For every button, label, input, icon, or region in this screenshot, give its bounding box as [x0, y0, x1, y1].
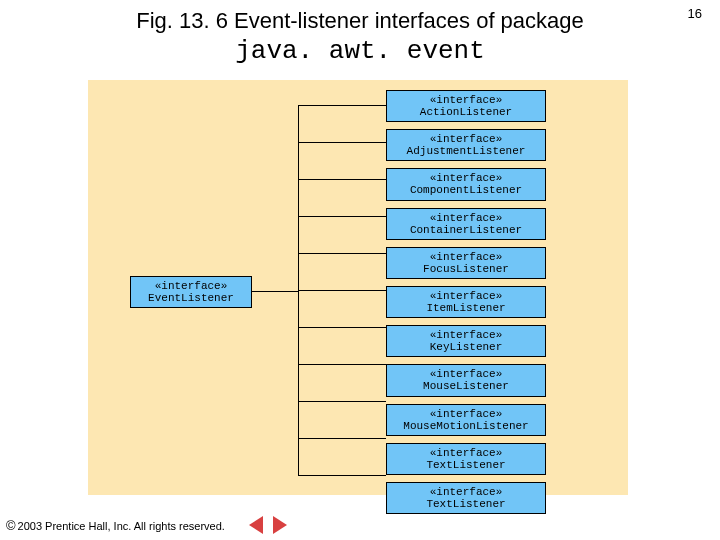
uml-name: TextListener	[391, 459, 541, 471]
slide-nav	[249, 516, 287, 534]
connector-branch	[298, 401, 386, 402]
uml-stereotype: «interface»	[391, 447, 541, 459]
uml-stereotype: «interface»	[391, 368, 541, 380]
uml-stereotype: «interface»	[391, 251, 541, 263]
uml-interface-mouselistener: «interface»MouseListener	[386, 364, 546, 396]
uml-name: EventListener	[135, 292, 247, 304]
connector-branch	[298, 475, 386, 476]
uml-interface-keylistener: «interface»KeyListener	[386, 325, 546, 357]
connector-branch	[298, 142, 386, 143]
caption-line-1: Fig. 13. 6 Event-listener interfaces of …	[60, 8, 660, 34]
connector-trunk	[252, 291, 298, 292]
uml-diagram-panel: «interface» EventListener «interface»Act…	[88, 80, 628, 495]
uml-interface-adjustmentlistener: «interface»AdjustmentListener	[386, 129, 546, 161]
uml-name: ItemListener	[391, 302, 541, 314]
page-number: 16	[688, 6, 702, 21]
caption-line-2: java. awt. event	[60, 36, 660, 66]
uml-name: MouseListener	[391, 380, 541, 392]
footer: ©2003 Prentice Hall, Inc. All rights res…	[6, 516, 287, 534]
uml-interface-containerlistener: «interface»ContainerListener	[386, 208, 546, 240]
uml-name: AdjustmentListener	[391, 145, 541, 157]
uml-name: FocusListener	[391, 263, 541, 275]
uml-stereotype: «interface»	[391, 133, 541, 145]
uml-stereotype: «interface»	[391, 172, 541, 184]
copyright-symbol: ©	[6, 518, 16, 533]
uml-interface-itemlistener: «interface»ItemListener	[386, 286, 546, 318]
uml-stereotype: «interface»	[135, 280, 247, 292]
uml-name: ContainerListener	[391, 224, 541, 236]
connector-branch	[298, 327, 386, 328]
uml-interface-mousemotionlistener: «interface»MouseMotionListener	[386, 404, 546, 436]
uml-stereotype: «interface»	[391, 486, 541, 498]
connector-branch	[298, 364, 386, 365]
uml-interface-componentlistener: «interface»ComponentListener	[386, 168, 546, 200]
connector-vertical	[298, 105, 299, 475]
uml-name: KeyListener	[391, 341, 541, 353]
uml-stereotype: «interface»	[391, 212, 541, 224]
connector-branch	[298, 105, 386, 106]
connector-branch	[298, 179, 386, 180]
copyright-text: ©2003 Prentice Hall, Inc. All rights res…	[6, 518, 225, 533]
uml-interface-actionlistener: «interface»ActionListener	[386, 90, 546, 122]
connector-branch	[298, 290, 386, 291]
uml-interface-textlistener: «interface»TextListener	[386, 443, 546, 475]
figure-caption: Fig. 13. 6 Event-listener interfaces of …	[0, 0, 720, 72]
connector-branch	[298, 216, 386, 217]
uml-stereotype: «interface»	[391, 329, 541, 341]
uml-stereotype: «interface»	[391, 408, 541, 420]
uml-name: TextListener	[391, 498, 541, 510]
connector-branch	[298, 438, 386, 439]
uml-name: ComponentListener	[391, 184, 541, 196]
uml-interface-focuslistener: «interface»FocusListener	[386, 247, 546, 279]
uml-stereotype: «interface»	[391, 94, 541, 106]
connector-branch	[298, 253, 386, 254]
uml-name: ActionListener	[391, 106, 541, 118]
uml-interface-textlistener: «interface»TextListener	[386, 482, 546, 514]
uml-stereotype: «interface»	[391, 290, 541, 302]
uml-interface-eventlistener: «interface» EventListener	[130, 276, 252, 308]
next-slide-icon[interactable]	[273, 516, 287, 534]
prev-slide-icon[interactable]	[249, 516, 263, 534]
uml-name: MouseMotionListener	[391, 420, 541, 432]
